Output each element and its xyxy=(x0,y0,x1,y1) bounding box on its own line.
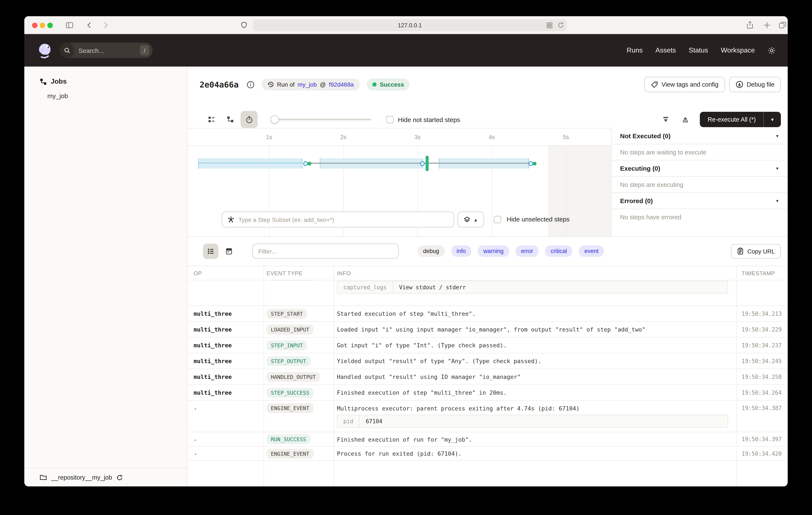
sidebar-item-my-job[interactable]: my_job xyxy=(24,92,187,100)
log-timestamp: 19:50:34.237 xyxy=(736,342,788,348)
nav-workspace[interactable]: Workspace xyxy=(721,47,755,54)
search-icon xyxy=(60,43,74,58)
log-row[interactable]: - RUN_SUCCESS Finished execution of run … xyxy=(187,432,788,447)
log-row[interactable]: - ENGINE_EVENT Process for run exited (p… xyxy=(187,447,788,461)
event-type-badge: RUN_SUCCESS xyxy=(266,434,311,444)
level-info[interactable]: info xyxy=(451,245,471,257)
debug-file-button[interactable]: Debug file xyxy=(729,77,781,92)
log-list-view-button[interactable] xyxy=(203,243,219,259)
hide-not-started-label: Hide not started steps xyxy=(398,116,460,123)
gantt-marker-circle[interactable] xyxy=(420,161,425,166)
event-type-badge: STEP_INPUT xyxy=(266,340,307,350)
nav-assets[interactable]: Assets xyxy=(656,47,676,54)
axis-tick-2s: 2s xyxy=(335,134,352,140)
log-row[interactable]: multi_three STEP_START Started execution… xyxy=(187,306,788,322)
run-header: 2e04a66a Run of my_job xyxy=(200,76,781,93)
nav-runs[interactable]: Runs xyxy=(627,47,643,54)
log-level-filters: debug info warning error critical event xyxy=(417,245,604,257)
axis-tick-5s: 5s xyxy=(557,134,575,140)
waterfall-view-button[interactable] xyxy=(222,111,239,128)
column-divider xyxy=(736,266,737,486)
chevron-down-icon: ▼ xyxy=(775,166,779,170)
log-structured-view-button[interactable] xyxy=(221,243,237,259)
log-info: Finished execution of step "multi_three"… xyxy=(334,389,736,396)
nav-status[interactable]: Status xyxy=(689,47,708,54)
job-link[interactable]: my_job xyxy=(298,81,317,88)
gantt-active-step-marker[interactable] xyxy=(426,156,429,171)
share-icon[interactable] xyxy=(746,21,754,29)
reexecute-all-button[interactable]: Re-execute All (*) ▼ xyxy=(700,112,781,127)
log-row[interactable]: multi_three STEP_SUCCESS Finished execut… xyxy=(187,385,788,401)
close-window-button[interactable] xyxy=(32,22,37,28)
col-event-type[interactable]: EVENT TYPE xyxy=(264,270,334,276)
sidebar-toggle-icon[interactable] xyxy=(65,21,74,29)
log-filter-input[interactable]: Filter... xyxy=(253,244,399,259)
reload-repository-icon[interactable] xyxy=(116,474,123,481)
reexecute-dropdown-caret[interactable]: ▼ xyxy=(764,112,781,127)
axis-divider xyxy=(187,145,611,146)
gantt-step-bar[interactable] xyxy=(198,158,302,168)
column-divider xyxy=(334,266,334,486)
level-warning[interactable]: warning xyxy=(478,245,509,257)
gantt-marker-dot[interactable] xyxy=(533,162,536,165)
at-symbol: @ xyxy=(320,81,326,88)
info-icon[interactable] xyxy=(246,80,254,88)
snapshot-link[interactable]: f92d468a xyxy=(329,81,354,88)
forward-icon[interactable] xyxy=(101,21,110,29)
tab-overview-icon[interactable] xyxy=(778,21,787,29)
log-info: Finished execution of run for "my_job". xyxy=(334,436,736,443)
log-row[interactable]: multi_three HANDLED_OUTPUT Handled outpu… xyxy=(187,369,788,385)
address-bar[interactable]: 127.0.0.1 xyxy=(253,19,567,31)
minimize-window-button[interactable] xyxy=(40,22,45,28)
settings-gear-icon[interactable] xyxy=(767,46,776,54)
log-row-clipped[interactable]: multi_three LOGS_CAPTURED Started captur… xyxy=(187,280,788,306)
level-debug[interactable]: debug xyxy=(417,245,444,257)
col-info[interactable]: INFO xyxy=(334,270,736,276)
log-timestamp: 19:50:34.264 xyxy=(736,389,788,396)
log-row[interactable]: multi_three LOADED_INPUT Loaded input "i… xyxy=(187,322,788,337)
privacy-report-icon[interactable] xyxy=(546,22,553,29)
log-table-header: OP EVENT TYPE INFO TIMESTAMP xyxy=(187,266,788,280)
flat-view-button[interactable] xyxy=(203,111,220,128)
zoom-slider-thumb[interactable] xyxy=(270,115,279,124)
panel-empty-text: No steps are executing xyxy=(612,177,788,193)
captured-logs-link[interactable]: View stdout / stderr xyxy=(393,281,472,293)
timed-view-button[interactable] xyxy=(240,111,258,128)
log-row[interactable]: - ENGINE_EVENT Multiprocess executor: pa… xyxy=(187,401,788,432)
hide-not-started-checkbox[interactable] xyxy=(386,116,394,123)
repository-row[interactable]: __repository__my_job xyxy=(24,468,187,486)
reload-icon[interactable] xyxy=(557,22,564,29)
step-subset-input[interactable]: Type a Step Subset (ex: add_two+*) xyxy=(222,212,454,227)
expand-run-metadata-icon[interactable] xyxy=(677,111,694,128)
event-type-badge: ENGINE_EVENT xyxy=(266,403,314,413)
folder-icon xyxy=(40,474,47,481)
back-icon[interactable] xyxy=(85,21,94,29)
run-of-pill: Run of my_job @ f92d468a xyxy=(261,79,360,90)
gantt-marker-circle[interactable] xyxy=(303,161,308,166)
dagster-logo-icon[interactable] xyxy=(36,42,53,59)
zoom-slider[interactable] xyxy=(271,118,371,120)
graph-query-toggle-button[interactable]: ▲ xyxy=(458,212,484,227)
collapse-run-metadata-icon[interactable] xyxy=(658,111,674,128)
panel-section-executing[interactable]: Executing (0) ▼ xyxy=(612,160,788,177)
col-op[interactable]: OP xyxy=(187,270,264,276)
global-search-input[interactable]: Search... / xyxy=(60,43,153,58)
panel-section-not-executed[interactable]: Not Executed (0) ▼ xyxy=(612,128,788,144)
log-row[interactable]: multi_three STEP_OUTPUT Yielded output "… xyxy=(187,353,788,369)
view-tags-config-button[interactable]: View tags and config xyxy=(644,77,725,92)
shield-icon[interactable] xyxy=(240,21,248,29)
gantt-marker-circle[interactable] xyxy=(528,161,533,166)
panel-section-errored[interactable]: Errored (0) ▼ xyxy=(612,193,788,209)
zoom-window-button[interactable] xyxy=(47,22,53,28)
hide-unselected-checkbox[interactable] xyxy=(494,216,501,223)
level-critical[interactable]: critical xyxy=(545,245,573,257)
log-row[interactable]: multi_three STEP_INPUT Got input "i" of … xyxy=(187,337,788,353)
level-error[interactable]: error xyxy=(515,245,539,257)
col-timestamp[interactable]: TIMESTAMP xyxy=(736,270,788,276)
gantt-marker-dot[interactable] xyxy=(308,162,311,165)
level-event[interactable]: event xyxy=(579,245,604,257)
copy-url-button[interactable]: Copy URL xyxy=(731,244,781,259)
log-info: Got input "i" of type "Int". (Type check… xyxy=(334,342,736,349)
reexecute-all-label[interactable]: Re-execute All (*) xyxy=(700,112,763,127)
new-tab-icon[interactable] xyxy=(763,21,771,29)
